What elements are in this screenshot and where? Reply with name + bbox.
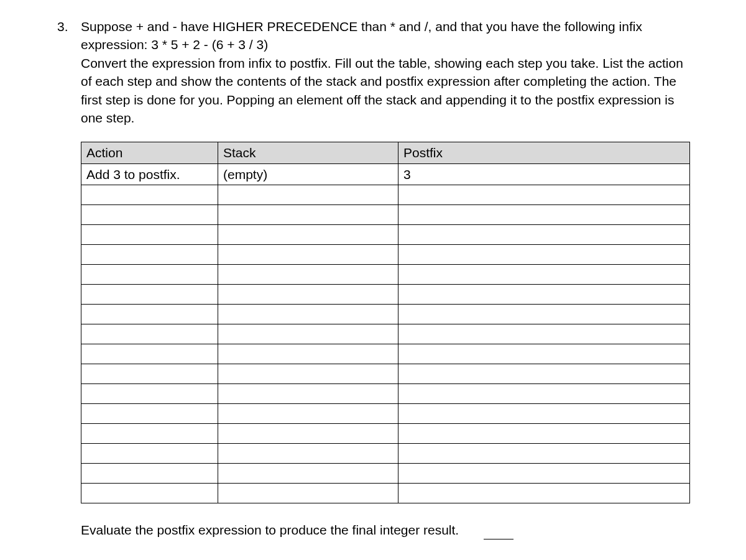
cell-postfix: [398, 384, 690, 404]
cell-action: [81, 344, 218, 364]
conversion-table: Action Stack Postfix Add 3 to postfix.(e…: [81, 142, 690, 503]
table-row: [81, 444, 690, 464]
cell-stack: [218, 364, 398, 384]
cell-action: [81, 424, 218, 444]
table-row: [81, 424, 690, 444]
cell-action: [81, 324, 218, 344]
evaluate-row: Evaluate the postfix expression to produ…: [81, 521, 690, 539]
table-row: [81, 364, 690, 384]
cell-postfix: [398, 305, 690, 324]
question-number: 3.: [56, 17, 81, 127]
cell-stack: [218, 245, 398, 265]
cell-action: [81, 364, 218, 384]
table-row: [81, 324, 690, 344]
table-row: [81, 285, 690, 305]
table-row: [81, 404, 690, 424]
question-instructions: Convert the expression from infix to pos…: [81, 54, 690, 127]
table-row: [81, 344, 690, 364]
evaluate-blank: [484, 528, 513, 539]
cell-stack: [218, 484, 398, 503]
table-row: [81, 225, 690, 245]
cell-postfix: [398, 484, 690, 503]
evaluate-text: Evaluate the postfix expression to produ…: [81, 521, 459, 539]
cell-action: [81, 285, 218, 305]
cell-postfix: [398, 424, 690, 444]
cell-postfix: 3: [398, 163, 690, 185]
question-text-wrapper: Suppose + and - have HIGHER PRECEDENCE t…: [81, 17, 690, 127]
table-row: [81, 185, 690, 205]
content-area: Action Stack Postfix Add 3 to postfix.(e…: [81, 142, 690, 539]
header-action: Action: [81, 142, 218, 163]
cell-action: [81, 265, 218, 285]
cell-action: [81, 185, 218, 205]
question-block: 3. Suppose + and - have HIGHER PRECEDENC…: [56, 17, 690, 127]
cell-postfix: [398, 324, 690, 344]
cell-postfix: [398, 285, 690, 305]
cell-stack: [218, 404, 398, 424]
cell-action: [81, 464, 218, 484]
cell-action: [81, 384, 218, 404]
cell-action: [81, 305, 218, 324]
table-row: [81, 305, 690, 324]
cell-stack: [218, 344, 398, 364]
cell-stack: [218, 424, 398, 444]
cell-postfix: [398, 404, 690, 424]
cell-action: [81, 205, 218, 225]
cell-postfix: [398, 344, 690, 364]
cell-stack: [218, 444, 398, 464]
cell-action: [81, 245, 218, 265]
table-header-row: Action Stack Postfix: [81, 142, 690, 163]
table-row: [81, 265, 690, 285]
cell-postfix: [398, 364, 690, 384]
cell-stack: [218, 285, 398, 305]
cell-postfix: [398, 464, 690, 484]
cell-stack: [218, 205, 398, 225]
cell-action: [81, 484, 218, 503]
cell-stack: [218, 384, 398, 404]
cell-action: [81, 404, 218, 424]
cell-postfix: [398, 444, 690, 464]
cell-postfix: [398, 185, 690, 205]
cell-postfix: [398, 245, 690, 265]
cell-stack: [218, 265, 398, 285]
cell-stack: [218, 225, 398, 245]
cell-stack: [218, 305, 398, 324]
table-row: [81, 464, 690, 484]
table-row: [81, 205, 690, 225]
cell-stack: [218, 185, 398, 205]
cell-action: [81, 225, 218, 245]
table-row: [81, 484, 690, 503]
cell-stack: [218, 464, 398, 484]
cell-postfix: [398, 205, 690, 225]
cell-stack: (empty): [218, 163, 398, 185]
cell-stack: [218, 324, 398, 344]
cell-action: [81, 444, 218, 464]
header-stack: Stack: [218, 142, 398, 163]
question-statement: Suppose + and - have HIGHER PRECEDENCE t…: [81, 17, 690, 54]
table-row: Add 3 to postfix.(empty)3: [81, 163, 690, 185]
header-postfix: Postfix: [398, 142, 690, 163]
table-row: [81, 384, 690, 404]
cell-postfix: [398, 225, 690, 245]
cell-action: Add 3 to postfix.: [81, 163, 218, 185]
table-row: [81, 245, 690, 265]
cell-postfix: [398, 265, 690, 285]
